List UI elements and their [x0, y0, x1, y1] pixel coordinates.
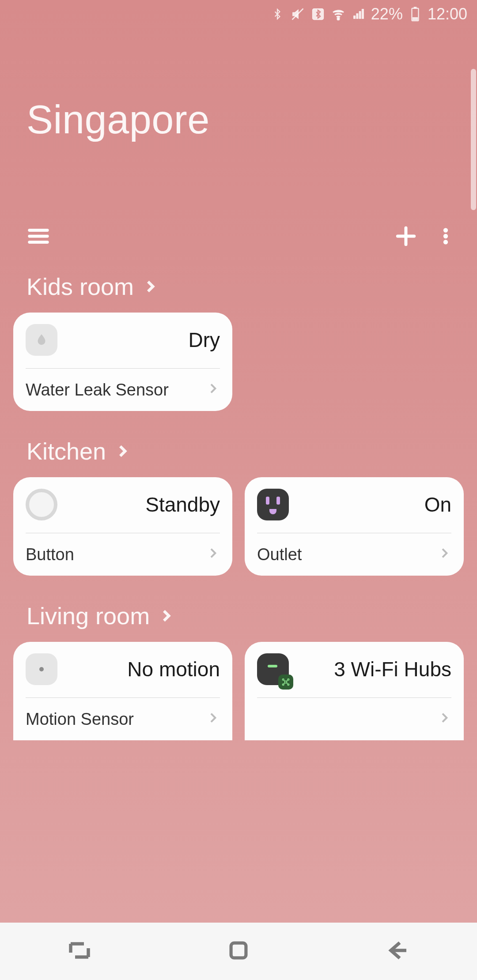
device-label: Water Leak Sensor — [26, 381, 201, 400]
device-label: Motion Sensor — [26, 710, 201, 729]
device-status: No motion — [64, 657, 220, 681]
chevron-right-icon — [437, 545, 451, 564]
device-card-wifi-hub[interactable]: 3 Wi-Fi Hubs — [245, 642, 464, 740]
chevron-right-icon — [206, 545, 220, 564]
svg-rect-4 — [414, 7, 416, 8]
room-header-kitchen[interactable]: Kitchen — [26, 437, 464, 465]
motion-icon — [26, 653, 57, 685]
svg-point-11 — [444, 228, 447, 232]
button-icon — [26, 489, 57, 520]
chevron-right-icon — [206, 710, 220, 729]
wifi-icon — [330, 6, 346, 22]
svg-point-13 — [444, 240, 447, 244]
device-card-button[interactable]: Standby Button — [13, 477, 232, 576]
chevron-right-icon — [206, 381, 220, 400]
device-status: On — [296, 493, 451, 516]
svg-point-2 — [337, 18, 339, 20]
more-options-button[interactable] — [430, 221, 461, 252]
menu-button[interactable] — [23, 221, 54, 252]
svg-point-18 — [288, 684, 289, 685]
battery-percent: 22% — [371, 5, 403, 23]
svg-point-17 — [283, 684, 284, 685]
home-button[interactable] — [226, 938, 251, 965]
device-status: Standby — [64, 493, 220, 516]
chevron-right-icon — [114, 437, 131, 465]
room-name: Kids room — [26, 273, 134, 300]
device-status: Dry — [64, 328, 220, 352]
room-name: Kitchen — [26, 437, 106, 465]
svg-line-22 — [287, 683, 288, 684]
page-title: Singapore — [26, 97, 210, 143]
svg-point-16 — [288, 679, 289, 680]
device-label: Button — [26, 545, 201, 564]
device-status: 3 Wi-Fi Hubs — [296, 657, 451, 681]
bluetooth-square-icon — [310, 6, 326, 22]
device-card-outlet[interactable]: On Outlet — [245, 477, 464, 576]
room-header-kids-room[interactable]: Kids room — [26, 273, 464, 300]
svg-point-15 — [283, 679, 284, 680]
outlet-icon — [257, 489, 289, 520]
scrollbar[interactable] — [471, 69, 476, 210]
chevron-right-icon — [437, 710, 451, 729]
room-name: Living room — [26, 602, 150, 629]
clock-text: 12:00 — [428, 5, 467, 23]
device-label: Outlet — [257, 545, 432, 564]
chevron-right-icon — [158, 602, 174, 629]
system-navbar — [0, 923, 477, 980]
svg-point-12 — [444, 234, 447, 238]
add-button[interactable] — [390, 221, 421, 252]
svg-line-20 — [287, 680, 288, 682]
svg-line-19 — [284, 680, 285, 682]
recents-button[interactable] — [66, 937, 93, 965]
hub-badge-icon — [278, 675, 293, 690]
device-card-water-leak-sensor[interactable]: Dry Water Leak Sensor — [13, 313, 232, 411]
rooms-list: Kids room Dry Water Leak Sensor Kitchen — [0, 260, 477, 923]
battery-icon — [407, 6, 423, 22]
svg-rect-5 — [413, 18, 417, 20]
toolbar — [0, 219, 477, 254]
bluetooth-icon — [269, 6, 285, 22]
status-bar: 22% 12:00 — [0, 0, 477, 28]
svg-rect-23 — [231, 943, 246, 958]
svg-line-21 — [284, 683, 285, 684]
water-drop-icon — [26, 324, 57, 356]
back-button[interactable] — [384, 937, 411, 965]
device-card-motion-sensor[interactable]: No motion Motion Sensor — [13, 642, 232, 740]
hub-icon — [257, 653, 289, 685]
chevron-right-icon — [142, 273, 159, 300]
cell-signal-icon — [351, 6, 367, 22]
mute-icon — [290, 6, 306, 22]
room-header-living-room[interactable]: Living room — [26, 602, 464, 629]
